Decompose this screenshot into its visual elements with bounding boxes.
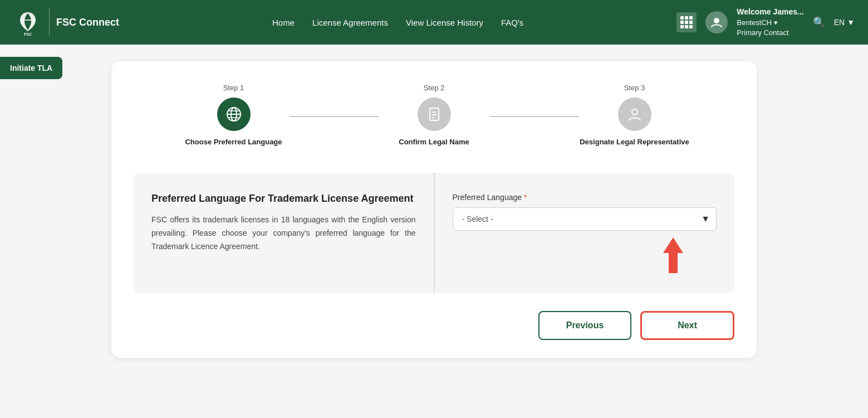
step-connector-2 [490,116,579,117]
user-account[interactable]: BentestCH ▾ [737,18,803,28]
form-title: Preferred Language For Trademark License… [151,193,416,205]
user-avatar [705,11,728,33]
user-welcome: Welcome James... [737,7,803,18]
field-label: Preferred Language * [453,193,717,202]
svg-point-2 [714,18,719,23]
step-2-circle [418,98,451,131]
nav-faqs[interactable]: FAQ's [501,18,523,27]
document-icon [426,106,443,123]
step-3: Step 3 Designate Legal Representative [579,84,690,146]
step-3-circle [618,98,651,131]
nav-home[interactable]: Home [272,18,295,27]
grid-icon[interactable] [676,12,697,32]
steps-container: Step 1 Choose Preferred Language Step 2 [134,84,734,146]
main-content: Step 1 Choose Preferred Language Step 2 [0,45,868,418]
avatar-icon [710,16,723,28]
required-indicator: * [522,193,527,202]
step-2-label: Step 2 [424,84,445,92]
fsc-logo: FSC [13,8,42,37]
step-1-circle [217,98,251,131]
nav-buttons: Previous Next [134,311,734,340]
nav-view-license-history[interactable]: View License History [406,18,483,27]
step-3-name: Designate Legal Representative [580,138,689,146]
form-section: Preferred Language For Trademark License… [134,173,734,293]
header-right: Welcome James... BentestCH ▾ Primary Con… [676,7,855,38]
step-1-label: Step 1 [223,84,244,92]
logo-container: FSC FSC Connect [13,8,119,37]
header-left: FSC FSC Connect [13,8,119,37]
red-arrow-icon [663,237,683,273]
step-3-label: Step 3 [624,84,645,92]
language-label: EN [834,18,845,27]
nav-license-agreements[interactable]: License Agreements [312,18,388,27]
select-wrapper: - Select - English French German Spanish… [453,207,717,231]
step-1: Step 1 Choose Preferred Language [178,84,290,146]
user-info: Welcome James... BentestCH ▾ Primary Con… [737,7,803,38]
header: FSC FSC Connect Home License Agreements … [0,0,868,45]
next-button[interactable]: Next [640,311,734,340]
site-name: FSC Connect [56,17,119,28]
previous-button[interactable]: Previous [538,311,632,340]
user-role: Primary Contact [737,28,803,38]
initiate-tla-tab[interactable]: Initiate TLA [0,57,62,79]
form-input-panel: Preferred Language * - Select - English … [435,173,735,293]
header-nav: Home License Agreements View License His… [272,18,523,27]
svg-point-12 [632,109,637,115]
step-1-name: Choose Preferred Language [185,138,282,146]
step-2-name: Confirm Legal Name [399,138,469,146]
globe-icon [225,106,242,123]
chevron-down-icon: ▼ [847,18,855,27]
form-description: FSC offers its trademark licenses in 18 … [151,213,416,253]
svg-text:FSC: FSC [24,32,32,36]
search-icon[interactable]: 🔍 [813,16,825,28]
arrow-annotation [453,237,717,273]
svg-marker-13 [663,237,683,273]
wizard-card: Step 1 Choose Preferred Language Step 2 [111,61,757,358]
grid-dots-icon [680,16,693,28]
form-description-panel: Preferred Language For Trademark License… [134,173,435,293]
language-select[interactable]: - Select - English French German Spanish… [453,207,717,231]
person-icon [626,106,643,123]
language-selector[interactable]: EN ▼ [834,18,855,27]
header-divider [49,8,50,36]
step-connector-1 [290,116,379,117]
step-2: Step 2 Confirm Legal Name [379,84,490,146]
